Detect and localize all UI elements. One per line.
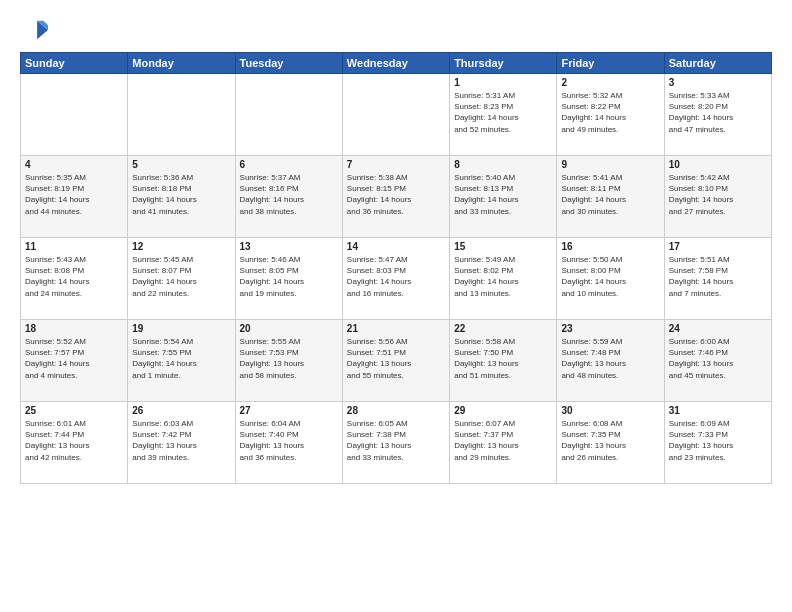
day-cell: 13Sunrise: 5:46 AM Sunset: 8:05 PM Dayli… [235, 238, 342, 320]
page: SundayMondayTuesdayWednesdayThursdayFrid… [0, 0, 792, 612]
day-cell: 16Sunrise: 5:50 AM Sunset: 8:00 PM Dayli… [557, 238, 664, 320]
day-number: 11 [25, 241, 123, 252]
day-number: 21 [347, 323, 445, 334]
day-content: Sunrise: 5:33 AM Sunset: 8:20 PM Dayligh… [669, 90, 767, 135]
day-number: 27 [240, 405, 338, 416]
day-number: 25 [25, 405, 123, 416]
day-content: Sunrise: 5:50 AM Sunset: 8:00 PM Dayligh… [561, 254, 659, 299]
col-header-wednesday: Wednesday [342, 53, 449, 74]
col-header-monday: Monday [128, 53, 235, 74]
calendar-table: SundayMondayTuesdayWednesdayThursdayFrid… [20, 52, 772, 484]
day-content: Sunrise: 5:45 AM Sunset: 8:07 PM Dayligh… [132, 254, 230, 299]
day-content: Sunrise: 6:08 AM Sunset: 7:35 PM Dayligh… [561, 418, 659, 463]
day-cell: 20Sunrise: 5:55 AM Sunset: 7:53 PM Dayli… [235, 320, 342, 402]
day-content: Sunrise: 5:42 AM Sunset: 8:10 PM Dayligh… [669, 172, 767, 217]
day-number: 15 [454, 241, 552, 252]
day-content: Sunrise: 5:54 AM Sunset: 7:55 PM Dayligh… [132, 336, 230, 381]
day-cell: 24Sunrise: 6:00 AM Sunset: 7:46 PM Dayli… [664, 320, 771, 402]
week-row-2: 4Sunrise: 5:35 AM Sunset: 8:19 PM Daylig… [21, 156, 772, 238]
day-cell: 28Sunrise: 6:05 AM Sunset: 7:38 PM Dayli… [342, 402, 449, 484]
day-number: 8 [454, 159, 552, 170]
day-cell: 22Sunrise: 5:58 AM Sunset: 7:50 PM Dayli… [450, 320, 557, 402]
day-number: 14 [347, 241, 445, 252]
day-content: Sunrise: 5:55 AM Sunset: 7:53 PM Dayligh… [240, 336, 338, 381]
day-number: 28 [347, 405, 445, 416]
day-cell: 29Sunrise: 6:07 AM Sunset: 7:37 PM Dayli… [450, 402, 557, 484]
day-content: Sunrise: 6:01 AM Sunset: 7:44 PM Dayligh… [25, 418, 123, 463]
day-content: Sunrise: 5:56 AM Sunset: 7:51 PM Dayligh… [347, 336, 445, 381]
day-content: Sunrise: 5:51 AM Sunset: 7:58 PM Dayligh… [669, 254, 767, 299]
day-content: Sunrise: 5:58 AM Sunset: 7:50 PM Dayligh… [454, 336, 552, 381]
logo-icon [20, 16, 48, 44]
day-number: 29 [454, 405, 552, 416]
day-cell: 11Sunrise: 5:43 AM Sunset: 8:08 PM Dayli… [21, 238, 128, 320]
day-content: Sunrise: 5:32 AM Sunset: 8:22 PM Dayligh… [561, 90, 659, 135]
day-content: Sunrise: 6:04 AM Sunset: 7:40 PM Dayligh… [240, 418, 338, 463]
day-cell: 18Sunrise: 5:52 AM Sunset: 7:57 PM Dayli… [21, 320, 128, 402]
col-header-thursday: Thursday [450, 53, 557, 74]
day-cell: 15Sunrise: 5:49 AM Sunset: 8:02 PM Dayli… [450, 238, 557, 320]
day-cell: 21Sunrise: 5:56 AM Sunset: 7:51 PM Dayli… [342, 320, 449, 402]
day-content: Sunrise: 5:46 AM Sunset: 8:05 PM Dayligh… [240, 254, 338, 299]
day-cell [342, 74, 449, 156]
day-content: Sunrise: 6:03 AM Sunset: 7:42 PM Dayligh… [132, 418, 230, 463]
logo [20, 16, 52, 44]
day-number: 20 [240, 323, 338, 334]
day-cell: 12Sunrise: 5:45 AM Sunset: 8:07 PM Dayli… [128, 238, 235, 320]
day-number: 3 [669, 77, 767, 88]
week-row-5: 25Sunrise: 6:01 AM Sunset: 7:44 PM Dayli… [21, 402, 772, 484]
day-cell: 14Sunrise: 5:47 AM Sunset: 8:03 PM Dayli… [342, 238, 449, 320]
day-number: 9 [561, 159, 659, 170]
day-content: Sunrise: 6:05 AM Sunset: 7:38 PM Dayligh… [347, 418, 445, 463]
header-row: SundayMondayTuesdayWednesdayThursdayFrid… [21, 53, 772, 74]
header [20, 16, 772, 44]
day-number: 12 [132, 241, 230, 252]
day-number: 23 [561, 323, 659, 334]
day-content: Sunrise: 5:49 AM Sunset: 8:02 PM Dayligh… [454, 254, 552, 299]
day-content: Sunrise: 6:07 AM Sunset: 7:37 PM Dayligh… [454, 418, 552, 463]
day-number: 2 [561, 77, 659, 88]
col-header-friday: Friday [557, 53, 664, 74]
day-number: 18 [25, 323, 123, 334]
day-cell [21, 74, 128, 156]
day-content: Sunrise: 5:47 AM Sunset: 8:03 PM Dayligh… [347, 254, 445, 299]
day-number: 31 [669, 405, 767, 416]
day-cell: 7Sunrise: 5:38 AM Sunset: 8:15 PM Daylig… [342, 156, 449, 238]
day-number: 26 [132, 405, 230, 416]
day-cell: 9Sunrise: 5:41 AM Sunset: 8:11 PM Daylig… [557, 156, 664, 238]
day-cell: 8Sunrise: 5:40 AM Sunset: 8:13 PM Daylig… [450, 156, 557, 238]
day-number: 13 [240, 241, 338, 252]
day-content: Sunrise: 5:43 AM Sunset: 8:08 PM Dayligh… [25, 254, 123, 299]
day-cell [128, 74, 235, 156]
day-content: Sunrise: 6:09 AM Sunset: 7:33 PM Dayligh… [669, 418, 767, 463]
day-number: 24 [669, 323, 767, 334]
day-number: 4 [25, 159, 123, 170]
week-row-4: 18Sunrise: 5:52 AM Sunset: 7:57 PM Dayli… [21, 320, 772, 402]
day-cell [235, 74, 342, 156]
day-cell: 25Sunrise: 6:01 AM Sunset: 7:44 PM Dayli… [21, 402, 128, 484]
day-number: 5 [132, 159, 230, 170]
col-header-tuesday: Tuesday [235, 53, 342, 74]
day-number: 30 [561, 405, 659, 416]
col-header-sunday: Sunday [21, 53, 128, 74]
day-number: 10 [669, 159, 767, 170]
day-number: 22 [454, 323, 552, 334]
day-cell: 1Sunrise: 5:31 AM Sunset: 8:23 PM Daylig… [450, 74, 557, 156]
day-cell: 10Sunrise: 5:42 AM Sunset: 8:10 PM Dayli… [664, 156, 771, 238]
week-row-1: 1Sunrise: 5:31 AM Sunset: 8:23 PM Daylig… [21, 74, 772, 156]
day-cell: 27Sunrise: 6:04 AM Sunset: 7:40 PM Dayli… [235, 402, 342, 484]
day-number: 6 [240, 159, 338, 170]
day-cell: 3Sunrise: 5:33 AM Sunset: 8:20 PM Daylig… [664, 74, 771, 156]
day-cell: 31Sunrise: 6:09 AM Sunset: 7:33 PM Dayli… [664, 402, 771, 484]
week-row-3: 11Sunrise: 5:43 AM Sunset: 8:08 PM Dayli… [21, 238, 772, 320]
day-cell: 5Sunrise: 5:36 AM Sunset: 8:18 PM Daylig… [128, 156, 235, 238]
col-header-saturday: Saturday [664, 53, 771, 74]
day-number: 19 [132, 323, 230, 334]
day-content: Sunrise: 5:59 AM Sunset: 7:48 PM Dayligh… [561, 336, 659, 381]
day-cell: 4Sunrise: 5:35 AM Sunset: 8:19 PM Daylig… [21, 156, 128, 238]
day-cell: 23Sunrise: 5:59 AM Sunset: 7:48 PM Dayli… [557, 320, 664, 402]
day-cell: 2Sunrise: 5:32 AM Sunset: 8:22 PM Daylig… [557, 74, 664, 156]
day-cell: 30Sunrise: 6:08 AM Sunset: 7:35 PM Dayli… [557, 402, 664, 484]
day-content: Sunrise: 5:40 AM Sunset: 8:13 PM Dayligh… [454, 172, 552, 217]
day-number: 17 [669, 241, 767, 252]
